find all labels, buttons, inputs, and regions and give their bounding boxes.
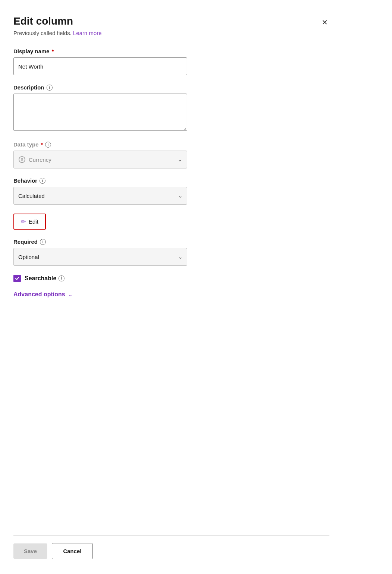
data-type-required-star: * [41, 142, 43, 148]
panel-subtitle: Previously called fields. Learn more [13, 30, 329, 36]
description-group: Description i [13, 84, 329, 132]
description-label: Description i [13, 84, 329, 91]
edit-button-group: ✏ Edit [13, 214, 329, 230]
panel-header: Edit column ✕ [13, 15, 329, 28]
checkmark-icon [15, 276, 19, 281]
display-name-group: Display name * [13, 48, 329, 75]
required-select-wrapper: Optional Required ⌄ [13, 248, 187, 266]
data-type-chevron-icon: ⌄ [178, 157, 182, 163]
searchable-info-icon: i [59, 275, 64, 281]
content-spacer [13, 310, 329, 535]
advanced-options-chevron-icon: ⌄ [68, 291, 73, 297]
advanced-options-label: Advanced options [13, 291, 65, 298]
pencil-icon: ✏ [21, 218, 26, 225]
learn-more-link[interactable]: Learn more [73, 30, 102, 36]
data-type-value: Currency [29, 157, 178, 163]
behavior-select[interactable]: Calculated Simple Rollup [13, 187, 187, 205]
behavior-group: Behavior i Calculated Simple Rollup ⌄ [13, 177, 329, 205]
searchable-checkbox[interactable] [13, 275, 21, 282]
footer-buttons: Save Cancel [13, 535, 329, 559]
required-label: Required i [13, 239, 329, 245]
save-button[interactable]: Save [13, 543, 47, 559]
data-type-group: Data type * i $ Currency ⌄ [13, 141, 329, 168]
display-name-input[interactable] [13, 57, 187, 75]
required-info-icon: i [40, 239, 46, 245]
advanced-options-row[interactable]: Advanced options ⌄ [13, 291, 329, 298]
display-name-label: Display name * [13, 48, 329, 54]
description-input[interactable] [13, 94, 187, 131]
description-info-icon: i [47, 85, 53, 91]
currency-icon: $ [18, 156, 26, 163]
required-star: * [52, 48, 54, 54]
behavior-select-wrapper: Calculated Simple Rollup ⌄ [13, 187, 187, 205]
required-select[interactable]: Optional Required [13, 248, 187, 266]
svg-text:$: $ [21, 158, 23, 162]
data-type-info-icon: i [45, 142, 51, 148]
close-button[interactable]: ✕ [320, 16, 329, 28]
data-type-select[interactable]: $ Currency ⌄ [13, 151, 187, 168]
behavior-info-icon: i [39, 178, 45, 184]
edit-column-panel: Edit column ✕ Previously called fields. … [0, 0, 343, 574]
panel-title: Edit column [13, 15, 73, 28]
required-group: Required i Optional Required ⌄ [13, 239, 329, 266]
searchable-label: Searchable i [25, 275, 64, 282]
data-type-label: Data type * i [13, 141, 329, 148]
cancel-button[interactable]: Cancel [52, 543, 93, 559]
behavior-label: Behavior i [13, 177, 329, 184]
searchable-row: Searchable i [13, 275, 329, 282]
close-icon: ✕ [322, 18, 328, 27]
edit-calculated-button[interactable]: ✏ Edit [13, 214, 46, 230]
